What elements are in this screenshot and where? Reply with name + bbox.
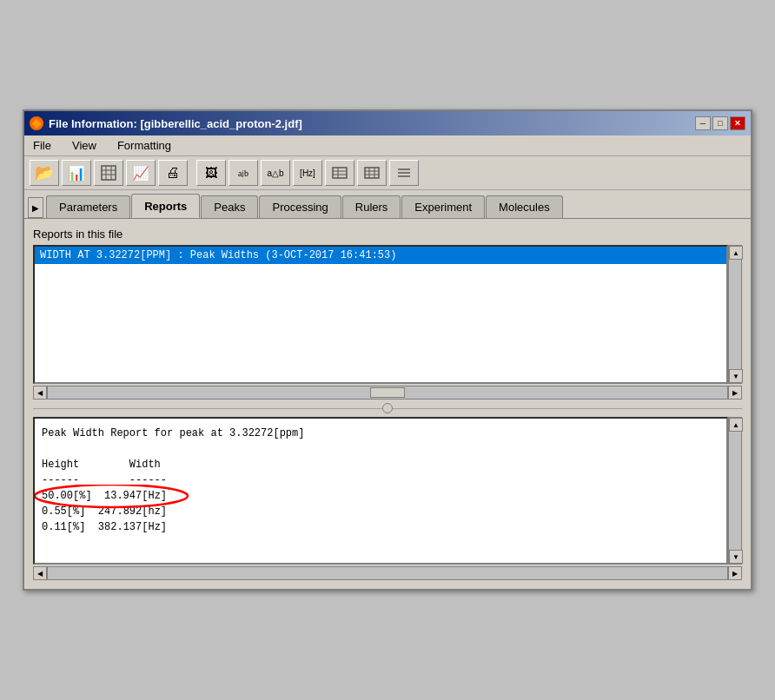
table-btn[interactable]: [94, 160, 123, 186]
tab-rulers[interactable]: Rulers: [342, 195, 401, 218]
divider[interactable]: [33, 400, 742, 417]
open-folder-btn[interactable]: 📂: [30, 160, 59, 186]
report-headers: Height Width: [42, 457, 719, 472]
svg-rect-5: [333, 168, 347, 178]
content-area: Reports in this file WIDTH AT 3.32272[PP…: [24, 218, 751, 589]
report-box: Peak Width Report for peak at 3.32272[pp…: [33, 417, 728, 565]
toolbar: 📂 📊 📈 🖨 🖼 ajb a△b [Hz]: [24, 156, 751, 190]
tab-molecules[interactable]: Molecules: [486, 195, 563, 218]
reports-hscrollbar[interactable]: ◀ ▶: [33, 386, 742, 400]
grid1-btn[interactable]: [325, 160, 354, 186]
list-btn[interactable]: [389, 160, 419, 186]
title-bar: 🔶 File Information: [gibberellic_acid_pr…: [24, 111, 751, 135]
report-row-3: 0.11[%] 382.137[Hz]: [42, 519, 719, 535]
window-title: File Information: [gibberellic_acid_prot…: [49, 117, 302, 130]
report-vscrollbar[interactable]: ▲ ▼: [728, 417, 742, 565]
scroll-up-arrow[interactable]: ▲: [729, 246, 743, 260]
highlighted-row-wrapper: 50.00[%] 13.947[Hz]: [42, 488, 167, 504]
hscroll-track[interactable]: [47, 386, 728, 400]
print-btn[interactable]: 🖨: [158, 160, 188, 186]
report-content-container: Peak Width Report for peak at 3.32272[pp…: [33, 417, 742, 565]
scroll-track[interactable]: [729, 260, 741, 369]
report-hscroll-track[interactable]: [47, 566, 728, 580]
hscroll-left-arrow[interactable]: ◀: [33, 386, 47, 400]
menu-file[interactable]: File: [30, 138, 55, 153]
tabs-area: ▶ Parameters Reports Peaks Processing Ru…: [24, 190, 751, 218]
report-hscroll-left[interactable]: ◀: [33, 566, 47, 580]
menu-view[interactable]: View: [69, 138, 100, 153]
main-window: 🔶 File Information: [gibberellic_acid_pr…: [23, 109, 752, 591]
chart-btn[interactable]: 📈: [126, 160, 156, 186]
tab-parameters[interactable]: Parameters: [46, 195, 130, 218]
grid2-btn[interactable]: [357, 160, 387, 186]
menu-formatting[interactable]: Formatting: [114, 138, 175, 153]
scroll-down-arrow[interactable]: ▼: [729, 369, 743, 383]
report-scroll-up[interactable]: ▲: [729, 418, 743, 432]
app-icon: 🔶: [30, 116, 43, 130]
format-btn[interactable]: a△b: [261, 160, 290, 186]
reports-list-container: WIDTH AT 3.32272[PPM] : Peak Widths (3-O…: [33, 245, 742, 384]
close-button[interactable]: ✕: [730, 116, 745, 130]
report-btn[interactable]: 📊: [62, 160, 91, 186]
svg-rect-0: [102, 166, 116, 180]
menubar: File View Formatting: [24, 135, 751, 156]
report-scroll-down[interactable]: ▼: [729, 550, 743, 564]
svg-rect-9: [365, 168, 379, 178]
report-separator: ------ ------: [42, 472, 719, 488]
maximize-button[interactable]: □: [712, 116, 728, 130]
tab-processing[interactable]: Processing: [259, 195, 341, 218]
title-bar-left: 🔶 File Information: [gibberellic_acid_pr…: [30, 116, 302, 130]
hz-btn[interactable]: [Hz]: [293, 160, 322, 186]
reports-section-label: Reports in this file: [33, 228, 742, 241]
tab-peaks[interactable]: Peaks: [201, 195, 258, 218]
title-controls: ─ □ ✕: [695, 116, 745, 130]
report-row-1: 50.00[%] 13.947[Hz]: [42, 488, 167, 504]
list-item[interactable]: WIDTH AT 3.32272[PPM] : Peak Widths (3-O…: [35, 247, 726, 264]
minimize-button[interactable]: ─: [695, 116, 711, 130]
hscroll-right-arrow[interactable]: ▶: [728, 386, 742, 400]
report-title: Peak Width Report for peak at 3.32272[pp…: [42, 426, 719, 441]
tab-reports[interactable]: Reports: [131, 194, 200, 218]
divider-line-left: [33, 408, 382, 409]
report-row-2: 0.55[%] 247.892[hz]: [42, 504, 719, 519]
tab-scroll-left[interactable]: ▶: [28, 197, 43, 218]
reports-vscrollbar[interactable]: ▲ ▼: [728, 245, 742, 384]
report-hscrollbar[interactable]: ◀ ▶: [33, 566, 742, 580]
divider-line-right: [393, 408, 742, 409]
hscroll-thumb[interactable]: [370, 387, 405, 398]
tab-experiment[interactable]: Experiment: [401, 195, 485, 218]
reports-list: WIDTH AT 3.32272[PPM] : Peak Widths (3-O…: [33, 245, 728, 384]
divider-handle[interactable]: [382, 403, 393, 413]
report-scroll-track[interactable]: [729, 432, 741, 550]
image-btn[interactable]: 🖼: [196, 160, 226, 186]
report-hscroll-right[interactable]: ▶: [728, 566, 742, 580]
text-ab-btn[interactable]: ajb: [229, 160, 258, 186]
report-blank1: [42, 441, 719, 457]
